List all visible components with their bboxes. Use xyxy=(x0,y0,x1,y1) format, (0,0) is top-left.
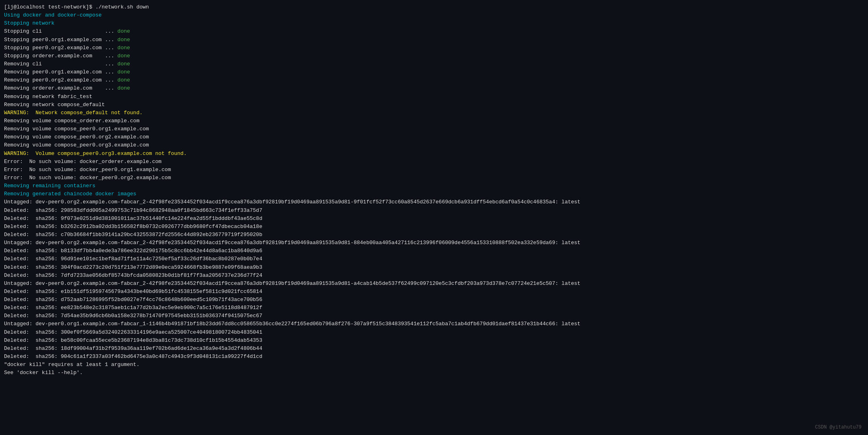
terminal-line: Deleted: sha256: 300ef0f5669a5d324022633… xyxy=(4,328,864,337)
terminal-line: Removing peer0.org1.example.com ... done xyxy=(4,68,864,76)
terminal: [lj@localhost test-network]$ ./network.s… xyxy=(4,3,864,377)
terminal-line: WARNING: Volume compose_peer0.org3.examp… xyxy=(4,150,864,158)
terminal-line: Stopping cli ... done xyxy=(4,27,864,36)
terminal-line: Removing cli ... done xyxy=(4,60,864,68)
terminal-line: Untagged: dev-peer0.org2.example.com-fab… xyxy=(4,198,864,206)
terminal-line: Stopping peer0.org1.example.com ... done xyxy=(4,36,864,44)
line-part: done xyxy=(117,53,130,59)
terminal-line: Removing peer0.org2.example.com ... done xyxy=(4,76,864,84)
terminal-line: Untagged: dev-peer0.org1.example.com-fab… xyxy=(4,320,864,328)
terminal-line: Deleted: sha256: 904c61a1f2337a03f462bd6… xyxy=(4,353,864,361)
terminal-line: Using docker and docker-compose xyxy=(4,11,864,19)
terminal-line: [lj@localhost test-network]$ ./network.s… xyxy=(4,3,864,11)
line-part: done xyxy=(117,85,130,91)
terminal-line: Error: No such volume: docker_peer0.org1… xyxy=(4,166,864,174)
terminal-line: Removing network fabric_test xyxy=(4,93,864,101)
terminal-line: Deleted: sha256: 96d91ee101ec1bef8ad71f1… xyxy=(4,255,864,263)
line-part: Stopping peer0.org2.example.com ... xyxy=(4,45,117,51)
line-part: done xyxy=(117,77,130,83)
terminal-line: Deleted: sha256: 304f0acd2273c20d751f213… xyxy=(4,264,864,272)
terminal-line: Removing volume compose_peer0.org2.examp… xyxy=(4,133,864,141)
watermark: CSDN @yitahutu79 xyxy=(815,425,862,430)
line-part: Stopping peer0.org1.example.com ... xyxy=(4,37,117,43)
terminal-line: Removing volume compose_orderer.example.… xyxy=(4,117,864,125)
terminal-line: "docker kill" requires at least 1 argume… xyxy=(4,361,864,369)
line-part: done xyxy=(117,45,130,51)
line-part: Stopping orderer.example.com ... xyxy=(4,53,117,59)
terminal-line: Removing volume compose_peer0.org1.examp… xyxy=(4,125,864,133)
terminal-line: Deleted: sha256: be58c00fcaa55ece5b23687… xyxy=(4,337,864,345)
terminal-line: Removing remaining containers xyxy=(4,182,864,190)
terminal-line: Deleted: sha256: b8133df7bb4a0ede3a786ee… xyxy=(4,247,864,255)
terminal-line: Removing orderer.example.com ... done xyxy=(4,84,864,92)
terminal-line: Deleted: sha256: 7d54ae35b9d6cb6b0a158e3… xyxy=(4,312,864,320)
terminal-line: Untagged: dev-peer0.org2.example.com-fab… xyxy=(4,239,864,247)
terminal-line: Deleted: sha256: d752aab71286995f52bd002… xyxy=(4,296,864,304)
terminal-line: Untagged: dev-peer0.org2.example.com-fab… xyxy=(4,280,864,288)
terminal-line: Stopping peer0.org2.example.com ... done xyxy=(4,44,864,52)
terminal-line: Deleted: sha256: 298583dfdd005a2499753c7… xyxy=(4,207,864,215)
terminal-line: Stopping network xyxy=(4,19,864,27)
line-part: done xyxy=(117,37,130,43)
terminal-line: Removing volume compose_peer0.org3.examp… xyxy=(4,141,864,149)
terminal-line: Error: No such volume: docker_peer0.org2… xyxy=(4,174,864,182)
terminal-line: WARNING: Network compose_default not fou… xyxy=(4,109,864,117)
line-part: Removing peer0.org1.example.com ... xyxy=(4,69,117,75)
terminal-line: Removing generated chaincode docker imag… xyxy=(4,190,864,198)
line-part: done xyxy=(117,28,130,34)
terminal-line: Stopping orderer.example.com ... done xyxy=(4,52,864,60)
terminal-line: Removing network compose_default xyxy=(4,101,864,109)
line-part: Removing peer0.org2.example.com ... xyxy=(4,77,117,83)
terminal-line: Deleted: sha256: c70b36684f1bb39141a29bc… xyxy=(4,231,864,239)
terminal-line: Deleted: sha256: 18df99004af31b2f9539a36… xyxy=(4,345,864,353)
terminal-line: Deleted: sha256: 9f073e0251d9d381001011a… xyxy=(4,215,864,223)
terminal-line: See 'docker kill --help'. xyxy=(4,369,864,377)
line-part: Removing cli ... xyxy=(4,61,117,67)
line-part: done xyxy=(117,61,130,67)
line-part: done xyxy=(117,69,130,75)
line-part: Removing orderer.example.com ... xyxy=(4,85,117,91)
terminal-line: Deleted: sha256: ee823b548e2c31875aeb1c1… xyxy=(4,304,864,312)
terminal-line: Deleted: sha256: 7dfd7233ae056dbf85743bf… xyxy=(4,272,864,280)
terminal-line: Error: No such volume: docker_orderer.ex… xyxy=(4,158,864,166)
terminal-line: Deleted: sha256: e1b151df51959745679a434… xyxy=(4,288,864,296)
terminal-line: Deleted: sha256: b3262c2912ba02dd3b15658… xyxy=(4,223,864,231)
line-part: Stopping cli ... xyxy=(4,28,117,34)
